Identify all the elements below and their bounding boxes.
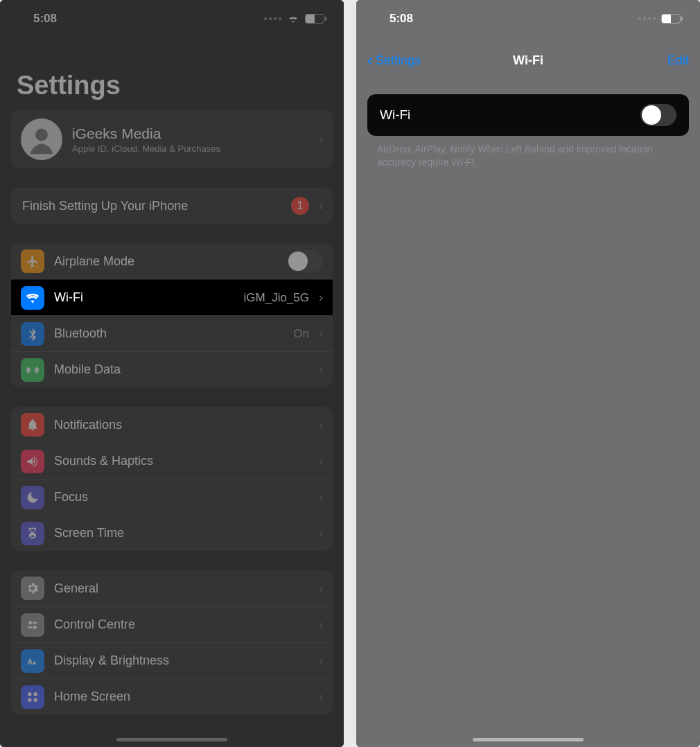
chevron-icon: ›: [319, 653, 323, 668]
finish-setup-badge: 1: [291, 197, 309, 215]
control-centre-label: Control Centre: [54, 617, 309, 632]
home-screen-label: Home Screen: [54, 689, 309, 704]
general-label: General: [54, 581, 309, 596]
text-size-icon: AA: [21, 649, 44, 673]
chevron-icon: ›: [319, 418, 323, 432]
bluetooth-row[interactable]: Bluetooth On ›: [11, 315, 333, 351]
svg-point-1: [35, 129, 48, 141]
cellular-icon: [638, 17, 656, 20]
cellular-icon: [264, 17, 281, 20]
svg-rect-11: [34, 698, 37, 701]
focus-label: Focus: [54, 490, 309, 504]
status-time: 5:08: [390, 12, 413, 26]
grid-icon: [21, 685, 44, 709]
sounds-label: Sounds & Haptics: [54, 454, 309, 468]
control-centre-row[interactable]: Control Centre ›: [11, 606, 333, 642]
notifications-row[interactable]: Notifications ›: [11, 407, 333, 443]
edit-button[interactable]: Edit: [667, 53, 689, 68]
nav-bar: ‹ Settings Wi-Fi Edit: [356, 44, 700, 76]
wifi-value: iGM_Jio_5G: [244, 291, 309, 305]
svg-point-2: [28, 621, 32, 624]
home-indicator[interactable]: [116, 738, 227, 741]
status-time: 5:08: [33, 12, 57, 26]
wifi-toggle-row: Wi-Fi: [367, 94, 689, 136]
moon-icon: [21, 486, 44, 509]
chevron-icon: ›: [319, 617, 323, 632]
svg-rect-10: [28, 698, 31, 701]
chevron-icon: ›: [319, 199, 323, 213]
mobile-data-label: Mobile Data: [54, 362, 309, 377]
bluetooth-icon: [21, 322, 44, 346]
status-bar: 5:08: [0, 0, 344, 37]
chevron-icon: ›: [319, 362, 323, 377]
chevron-icon: ›: [319, 454, 323, 468]
chevron-icon: ›: [319, 526, 323, 541]
display-brightness-row[interactable]: AA Display & Brightness ›: [11, 642, 333, 678]
page-title: Settings: [0, 37, 344, 110]
nav-title: Wi-Fi: [513, 53, 543, 68]
airplane-mode-row[interactable]: Airplane Mode: [11, 243, 333, 279]
sounds-haptics-row[interactable]: Sounds & Haptics ›: [11, 443, 333, 479]
wifi-label: Wi-Fi: [380, 107, 410, 123]
screen-time-row[interactable]: Screen Time ›: [11, 515, 333, 551]
svg-rect-3: [33, 622, 37, 624]
sliders-icon: [21, 613, 44, 637]
bluetooth-label: Bluetooth: [54, 326, 283, 341]
hourglass-icon: [21, 522, 44, 545]
wifi-status-icon: [287, 14, 299, 24]
chevron-left-icon: ‹: [367, 52, 373, 69]
home-indicator[interactable]: [473, 738, 584, 741]
chevron-icon: ›: [319, 581, 323, 596]
wifi-footnote: AirDrop, AirPlay, Notify When Left Behin…: [356, 136, 700, 176]
wifi-toggle[interactable]: [640, 104, 676, 126]
apple-id-row[interactable]: iGeeks Media Apple ID, iCloud, Media & P…: [11, 110, 333, 168]
speaker-icon: [21, 450, 44, 473]
chevron-icon: ›: [319, 689, 323, 704]
airplane-label: Airplane Mode: [54, 254, 277, 269]
airplane-toggle[interactable]: [287, 250, 323, 272]
svg-point-4: [33, 625, 37, 629]
airplane-icon: [21, 249, 44, 273]
chevron-icon: ›: [319, 290, 323, 305]
bell-icon: [21, 413, 44, 437]
left-phone: 5:08 Settings iGeeks Media Apple ID, iCl…: [0, 0, 344, 747]
profile-name: iGeeks Media: [72, 125, 309, 142]
gear-icon: [21, 577, 44, 600]
chevron-icon: ›: [319, 132, 323, 147]
back-label: Settings: [376, 53, 421, 68]
finish-setup-row[interactable]: Finish Setting Up Your iPhone 1 ›: [11, 188, 333, 224]
right-phone: 5:08 ‹ Settings Wi-Fi Edit Wi-Fi AirDrop…: [356, 0, 700, 747]
battery-icon: [661, 14, 681, 24]
wifi-icon: [21, 286, 44, 310]
mobile-data-row[interactable]: Mobile Data ›: [11, 351, 333, 387]
general-row[interactable]: General ›: [11, 570, 333, 606]
wifi-row[interactable]: Wi-Fi iGM_Jio_5G ›: [11, 279, 333, 315]
wifi-label: Wi-Fi: [54, 290, 234, 305]
cellular-data-icon: [21, 358, 44, 382]
svg-rect-5: [28, 626, 33, 629]
avatar: [21, 118, 62, 160]
status-bar: 5:08: [356, 0, 700, 37]
focus-row[interactable]: Focus ›: [11, 479, 333, 515]
finish-setup-label: Finish Setting Up Your iPhone: [22, 199, 281, 213]
display-label: Display & Brightness: [54, 653, 309, 668]
chevron-icon: ›: [319, 326, 323, 341]
svg-rect-9: [34, 692, 37, 696]
chevron-icon: ›: [319, 490, 323, 504]
screen-time-label: Screen Time: [54, 526, 309, 541]
back-button[interactable]: ‹ Settings: [367, 52, 421, 69]
svg-rect-8: [28, 692, 31, 696]
home-screen-row[interactable]: Home Screen ›: [11, 678, 333, 714]
battery-icon: [305, 14, 324, 24]
bluetooth-value: On: [293, 327, 309, 341]
profile-subtitle: Apple ID, iCloud, Media & Purchases: [72, 143, 309, 154]
notifications-label: Notifications: [54, 418, 309, 432]
svg-text:A: A: [33, 660, 37, 666]
